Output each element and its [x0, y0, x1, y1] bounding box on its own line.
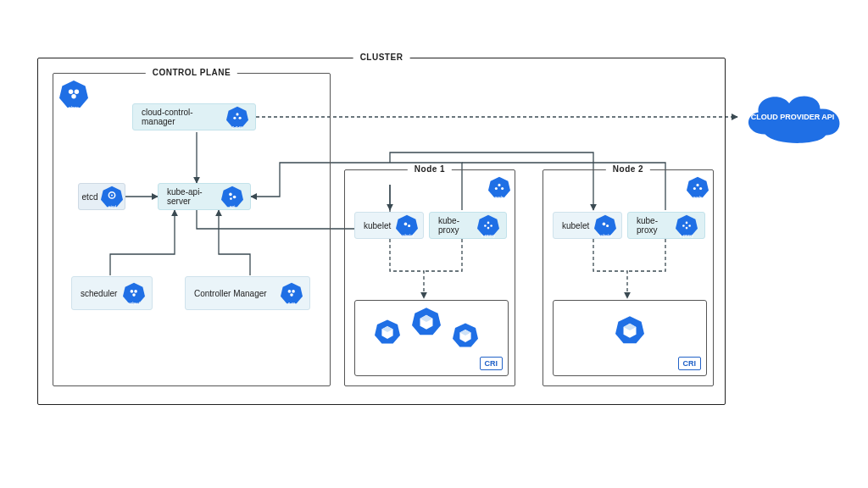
svg-point-48 [696, 184, 698, 186]
svg-point-21 [132, 293, 136, 297]
svg-point-10 [239, 117, 242, 119]
svg-point-35 [484, 225, 487, 227]
controller-manager-box: Controller Manager c-m [185, 276, 310, 310]
svg-point-17 [230, 197, 232, 200]
pod-icon: pod [412, 307, 441, 339]
svg-point-15 [229, 193, 232, 197]
svg-point-31 [404, 223, 408, 226]
pod-icon: pod [453, 322, 478, 351]
node1-title: Node 1 [408, 164, 452, 174]
node1-kubelet-label: kubelet [364, 221, 391, 230]
etcd-icon: etcd [101, 186, 123, 208]
cm-icon: c-m [281, 282, 303, 304]
node1-cri-label: CRI [480, 357, 504, 370]
svg-marker-33 [477, 215, 499, 236]
svg-point-32 [408, 225, 410, 227]
cloud-label: CLOUD PROVIDER API [746, 114, 839, 122]
svg-point-50 [699, 187, 702, 190]
scheduler-box: scheduler sched [71, 276, 153, 310]
api-icon: api [221, 186, 243, 208]
svg-point-25 [290, 293, 293, 297]
cloud-provider-api: CLOUD PROVIDER API [737, 85, 848, 151]
etcd-label: etcd [82, 192, 98, 202]
svg-point-58 [686, 227, 688, 230]
ccm-label: cloud-control-manager [142, 108, 221, 126]
svg-point-5 [75, 90, 79, 94]
node2-title: Node 2 [606, 164, 650, 174]
svg-point-49 [693, 187, 696, 190]
node2-kubelet-box: kubelet kubelet [553, 212, 622, 239]
etcd-box: etcd etcd [78, 183, 125, 210]
svg-point-34 [487, 222, 490, 225]
node1-kproxy-label: kube-proxy [438, 216, 472, 235]
svg-marker-18 [123, 283, 145, 303]
pod-icon: pod [375, 319, 400, 347]
node2-icon: node [687, 176, 709, 198]
svg-point-57 [688, 225, 691, 227]
svg-point-27 [498, 184, 500, 186]
svg-point-6 [71, 94, 75, 98]
cm-label: Controller Manager [194, 289, 275, 298]
node2-cri-label: CRI [678, 357, 702, 370]
node1-kubelet-box: kubelet kubelet [354, 212, 424, 239]
kubelet-icon: kubelet [396, 214, 418, 236]
svg-point-16 [233, 196, 236, 199]
svg-point-9 [233, 117, 236, 119]
svg-marker-7 [226, 107, 248, 127]
kproxy-icon: k-proxy [477, 214, 499, 236]
svg-marker-47 [687, 177, 709, 197]
svg-point-19 [131, 290, 134, 293]
kproxy-icon: k-proxy [676, 214, 698, 236]
plane-icon: plane [59, 80, 88, 108]
svg-point-56 [682, 225, 685, 227]
svg-point-28 [495, 187, 498, 190]
svg-point-36 [490, 225, 492, 227]
svg-marker-30 [396, 215, 418, 236]
svg-marker-54 [676, 215, 698, 236]
node1-icon: node [488, 176, 510, 198]
scheduler-label: scheduler [81, 289, 118, 298]
cloud-control-manager-box: cloud-control-manager c-c-m [132, 103, 256, 130]
api-label: kube-api-server [167, 187, 216, 206]
cluster-title: CLUSTER [353, 53, 410, 62]
svg-marker-51 [594, 215, 616, 236]
svg-marker-11 [101, 186, 123, 207]
svg-point-52 [603, 223, 606, 226]
ccm-icon: c-c-m [226, 106, 248, 128]
svg-point-53 [606, 225, 609, 227]
svg-point-8 [236, 113, 238, 115]
svg-point-37 [487, 227, 490, 230]
svg-marker-22 [281, 283, 303, 303]
svg-marker-14 [221, 186, 243, 207]
svg-point-24 [292, 290, 295, 293]
kubelet-icon: kubelet [594, 214, 616, 236]
svg-point-4 [69, 90, 73, 94]
node1-kubeproxy-box: kube-proxy k-proxy [429, 212, 507, 239]
kube-api-server-box: kube-api-server api [158, 183, 251, 210]
svg-point-23 [288, 290, 292, 293]
svg-point-29 [501, 187, 504, 190]
node2-kubeproxy-box: kube-proxy k-proxy [627, 212, 705, 239]
control-plane-title: CONTROL PLANE [146, 68, 237, 77]
scheduler-icon: sched [123, 282, 145, 304]
node2-kubelet-label: kubelet [562, 221, 589, 230]
svg-point-13 [111, 194, 113, 196]
pod-icon: pod [615, 315, 644, 347]
node2-kproxy-label: kube-proxy [637, 216, 670, 235]
svg-point-55 [686, 222, 688, 225]
svg-marker-26 [488, 177, 510, 197]
svg-point-20 [134, 290, 137, 293]
